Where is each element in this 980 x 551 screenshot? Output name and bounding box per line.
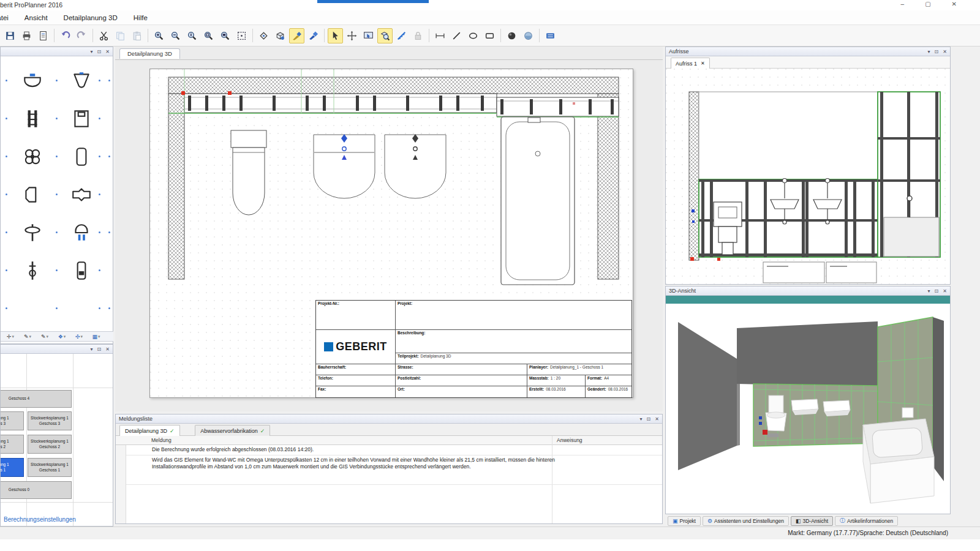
render-light-button[interactable] xyxy=(521,28,536,43)
undo-button[interactable] xyxy=(58,28,73,43)
draw-ellipse-button[interactable] xyxy=(466,28,481,43)
view3d-toolbar[interactable] xyxy=(666,296,950,304)
zoom-out-button[interactable] xyxy=(168,28,183,43)
tool-group-button[interactable]: ❖▾ xyxy=(53,332,70,341)
menu-datei[interactable]: Datei xyxy=(0,12,17,23)
select-button[interactable] xyxy=(328,28,343,43)
structure-floor-bar[interactable]: Geschoss 0 xyxy=(1,481,72,499)
panel-layout-button[interactable] xyxy=(543,28,558,43)
catalog-item-waschtisch[interactable] xyxy=(14,65,51,97)
orbit-button[interactable] xyxy=(273,28,288,43)
catalog-item-ventil[interactable] xyxy=(14,255,51,287)
drawing-canvas[interactable]: Projekt-Nr.: Projekt: GEBERIT Beschreibu… xyxy=(115,60,663,411)
panel-menu-icon[interactable]: ▾ xyxy=(640,416,643,422)
elevation-canvas[interactable] xyxy=(666,69,950,284)
panel-menu-icon[interactable]: ▾ xyxy=(928,288,930,294)
close-icon[interactable]: ✕ xyxy=(943,49,947,54)
close-button[interactable]: ✕ xyxy=(952,1,957,7)
zoom-in-button[interactable] xyxy=(151,28,167,43)
settings-link[interactable]: Berechnungseinstellungen xyxy=(4,516,76,523)
paste-button[interactable] xyxy=(129,28,145,43)
measure-button[interactable] xyxy=(394,28,409,43)
zoom-100-button[interactable] xyxy=(184,28,200,43)
catalog-item-absperrventil[interactable] xyxy=(14,217,51,249)
close-icon[interactable]: ✕ xyxy=(105,347,110,352)
move-button[interactable] xyxy=(344,28,360,43)
grid-dot xyxy=(6,231,7,233)
structure-plan-block[interactable]: Detailplanung 1Geschoss 1 xyxy=(1,458,24,477)
draw-rect-button[interactable] xyxy=(482,28,497,43)
zoom-window-button[interactable] xyxy=(217,28,233,43)
tool-annotate-button[interactable]: ✎▾ xyxy=(36,332,53,341)
paint-all-button[interactable] xyxy=(306,28,321,43)
structure-plan-block[interactable]: Detailplanung 1Geschoss 3 xyxy=(1,411,24,430)
tool-grid-button[interactable]: ▦▾ xyxy=(88,332,105,341)
panel-menu-icon[interactable]: ▾ xyxy=(91,347,93,352)
maximize-button[interactable]: ▢ xyxy=(925,1,930,7)
zoom-object-button[interactable] xyxy=(377,28,393,43)
render-dark-button[interactable] xyxy=(504,28,519,43)
structure-floor-bar[interactable]: Geschoss 4 xyxy=(1,390,72,408)
cut-button[interactable] xyxy=(96,28,111,43)
messages-tab-2[interactable]: Abwasservorfabrikation✓ xyxy=(195,425,270,436)
pin-icon[interactable]: ⊡ xyxy=(935,288,939,294)
catalog-item-spiegel[interactable] xyxy=(63,141,100,173)
dimension-button[interactable] xyxy=(432,28,448,43)
message-row[interactable]: Die Berechnung wurde erfolgreich abgesch… xyxy=(126,445,662,455)
lock-button[interactable] xyxy=(410,28,426,43)
menu-detailplanung-3d[interactable]: Detailplanung 3D xyxy=(56,12,126,23)
view3d-viewport[interactable] xyxy=(666,304,950,514)
panel-menu-icon[interactable]: ▾ xyxy=(928,49,930,54)
pin-icon[interactable]: ⊡ xyxy=(97,49,102,54)
pin-icon[interactable]: ⊡ xyxy=(935,49,939,54)
column-anweisung[interactable]: Anweisung xyxy=(557,437,582,443)
structure-plan-block[interactable]: Stockwerksplanung 1Geschoss 3 xyxy=(28,411,72,430)
paint-visible-button[interactable] xyxy=(289,28,304,43)
catalog-item-wc[interactable] xyxy=(63,65,100,97)
tool-symbols-button[interactable]: ✣▾ xyxy=(70,332,88,341)
catalog-item-dusche[interactable] xyxy=(63,217,100,249)
message-row[interactable]: Wird das GIS Element für Wand-WC mit Ome… xyxy=(126,455,662,485)
close-icon[interactable]: ✕ xyxy=(655,416,659,422)
panel-menu-icon[interactable]: ▾ xyxy=(91,49,93,54)
catalog-item-verbinder[interactable] xyxy=(63,179,100,211)
right-tab-3d-ansicht[interactable]: ◧3D-Ansicht xyxy=(791,516,833,526)
pin-icon[interactable]: ⊡ xyxy=(647,416,651,422)
catalog-item-wandablauf[interactable] xyxy=(14,179,51,211)
plan-sheet[interactable]: Projekt-Nr.: Projekt: GEBERIT Beschreibu… xyxy=(149,69,633,398)
tool-select-button[interactable]: ✛▾ xyxy=(2,332,19,341)
building-structure: Geschoss 4Detailplanung 1Geschoss 3Stock… xyxy=(1,354,113,526)
report-button[interactable] xyxy=(36,28,51,43)
right-tab-projekt[interactable]: ▣Projekt xyxy=(668,516,701,526)
catalog-item-armatur[interactable] xyxy=(63,255,100,287)
copy-button[interactable] xyxy=(113,28,128,43)
zoom-region-button[interactable] xyxy=(234,28,249,43)
pin-icon[interactable]: ⊡ xyxy=(97,347,102,352)
close-icon[interactable]: ✕ xyxy=(943,288,947,294)
zoom-fit-button[interactable] xyxy=(201,28,216,43)
redo-button[interactable] xyxy=(74,28,89,43)
close-icon[interactable]: ✕ xyxy=(105,49,110,54)
tool-draw-button[interactable]: ✎▾ xyxy=(19,332,36,341)
messages-tab-1[interactable]: Detailplanung 3D✓ xyxy=(119,425,180,436)
select-screen-button[interactable] xyxy=(361,28,376,43)
structure-plan-block[interactable]: Stockwerksplanung 1Geschoss 1 xyxy=(28,458,72,477)
column-meldung[interactable]: Meldung xyxy=(151,437,172,443)
draw-line-button[interactable] xyxy=(449,28,464,43)
tab-aufriss-1[interactable]: Aufriss 1✕ xyxy=(671,58,710,69)
menu-ansicht[interactable]: Ansicht xyxy=(17,12,56,23)
right-tab-assistenten-und-einstellungen[interactable]: ⚙Assistenten und Einstellungen xyxy=(703,516,789,526)
catalog-item-installationselement[interactable] xyxy=(14,103,51,135)
right-tab-artikelinformationen[interactable]: ⓘArtikelinformationen xyxy=(835,516,898,526)
catalog-item-ventilator[interactable] xyxy=(14,141,51,173)
catalog-item-spuelkasten[interactable] xyxy=(63,103,100,135)
close-tab-icon[interactable]: ✕ xyxy=(701,61,705,66)
pan-button[interactable] xyxy=(256,28,271,43)
tab-detailplanung-3d[interactable]: Detailplanung 3D xyxy=(119,48,180,59)
structure-plan-block[interactable]: Stockwerksplanung 1Geschoss 2 xyxy=(28,435,72,454)
save-button[interactable] xyxy=(2,28,18,43)
menu-hilfe[interactable]: Hilfe xyxy=(126,12,156,23)
minimize-button[interactable]: – xyxy=(901,1,905,7)
print-button[interactable] xyxy=(19,28,34,43)
structure-plan-block[interactable]: Detailplanung 1Geschoss 2 xyxy=(1,435,24,454)
